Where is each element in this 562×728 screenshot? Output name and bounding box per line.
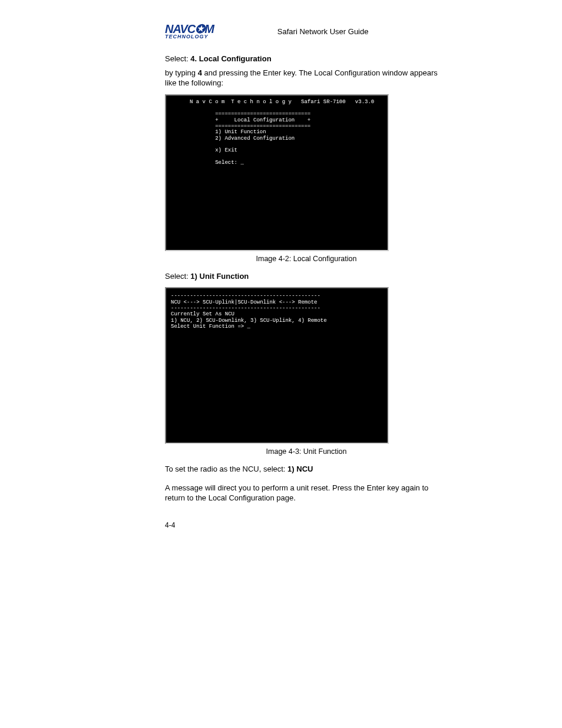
document-page: NAVC✪M TECHNOLOGY Safari Network User Gu… [0,0,562,553]
page-number: 4-4 [165,521,448,529]
select-line-1: Select: 4. Local Configuration [165,54,448,64]
select-option-1: 1) Unit Function [190,272,249,281]
select-prefix: Select: [165,272,190,281]
key-label: 4 [198,68,202,77]
select-line-2: Select: 1) Unit Function [165,271,448,282]
instruction-paragraph-2: To set the radio as the NCU, select: 1) … [165,464,448,475]
logo-main-text: NAVC✪M [165,24,214,34]
logo-sub-text: TECHNOLOGY [165,34,214,39]
terminal-screenshot-1: N a v C o m T e c h n o l o g y Safari S… [165,94,389,251]
select-option-4: 4. Local Configuration [190,54,271,63]
guide-title: Safari Network User Guide [277,27,369,36]
navcom-logo: NAVC✪M TECHNOLOGY [165,24,214,39]
image-caption-1: Image 4-2: Local Configuration [165,255,448,263]
page-header: NAVC✪M TECHNOLOGY Safari Network User Gu… [47,24,515,39]
select-prefix: Select: [165,54,190,63]
text-segment: by typing [165,68,198,77]
terminal-screenshot-2: ----------------------------------------… [165,287,389,444]
text-segment: To set the radio as the NCU, select: [165,465,287,473]
instruction-paragraph-3: A message will direct you to perform a u… [165,483,448,503]
image-caption-2: Image 4-3: Unit Function [165,447,448,456]
text-segment: and pressing the Enter key. The Local Co… [165,68,438,88]
select-option-ncu: 1) NCU [287,465,313,473]
instruction-paragraph-1: by typing 4 and pressing the Enter key. … [165,68,448,88]
page-content: Select: 4. Local Configuration by typing… [47,54,448,529]
